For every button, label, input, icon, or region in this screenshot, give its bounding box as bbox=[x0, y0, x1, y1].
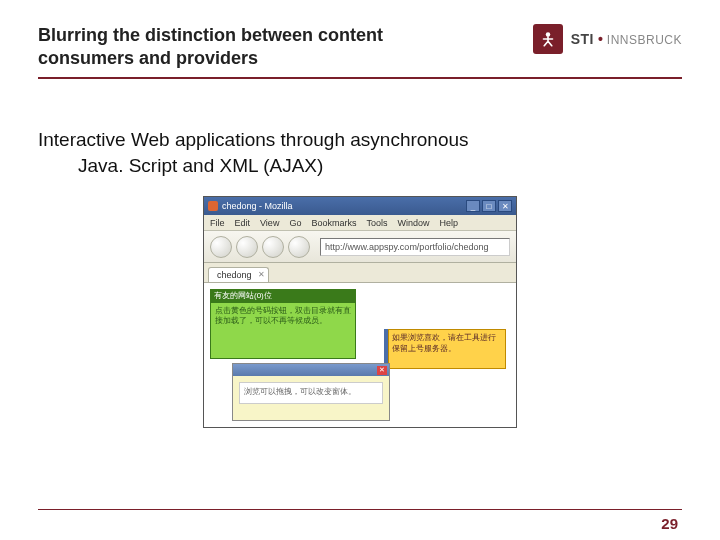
logo-text-city: INNSBRUCK bbox=[607, 33, 682, 47]
browser-tab: chedong ✕ bbox=[208, 267, 269, 282]
dialog-close-icon: ✕ bbox=[377, 366, 387, 375]
menu-go: Go bbox=[289, 218, 301, 228]
menu-window: Window bbox=[397, 218, 429, 228]
dialog-titlebar: ✕ bbox=[233, 364, 389, 376]
page-content: 有友的网站(0)位 点击黄色的号码按钮，双击目录就有直接加载了，可以不再等候成员… bbox=[204, 283, 516, 427]
browser-screenshot: chedong - Mozilla _ □ ✕ File Edit View G… bbox=[203, 196, 517, 428]
back-icon bbox=[210, 236, 232, 258]
slide-title: Blurring the distinction between content… bbox=[38, 24, 478, 69]
page-number: 29 bbox=[661, 515, 678, 532]
tab-strip: chedong ✕ bbox=[204, 263, 516, 283]
forward-icon bbox=[236, 236, 258, 258]
reload-icon bbox=[262, 236, 284, 258]
logo-mark-icon bbox=[533, 24, 563, 54]
minimize-icon: _ bbox=[466, 200, 480, 212]
menu-help: Help bbox=[439, 218, 458, 228]
close-icon: ✕ bbox=[498, 200, 512, 212]
org-logo: STI • INNSBRUCK bbox=[533, 24, 682, 54]
green-panel-text: 点击黄色的号码按钮，双击目录就有直接加载了，可以不再等候成员。 bbox=[215, 306, 351, 327]
body-line-2: Java. Script and XML (AJAX) bbox=[38, 153, 682, 179]
window-titlebar: chedong - Mozilla _ □ ✕ bbox=[204, 197, 516, 215]
body-line-1: Interactive Web applications through asy… bbox=[38, 129, 469, 150]
yellow-panel-text: 如果浏览喜欢，请在工具进行保留上号服务器。 bbox=[392, 333, 502, 354]
mozilla-icon bbox=[208, 201, 218, 211]
address-bar: http://www.appspy.com/portfolio/chedong bbox=[320, 238, 510, 256]
yellow-panel: 如果浏览喜欢，请在工具进行保留上号服务器。 bbox=[388, 329, 506, 369]
logo-text-dot: • bbox=[598, 31, 603, 47]
menu-tools: Tools bbox=[366, 218, 387, 228]
window-title-text: chedong - Mozilla bbox=[222, 201, 293, 211]
toolbar: http://www.appspy.com/portfolio/chedong bbox=[204, 231, 516, 263]
stop-icon bbox=[288, 236, 310, 258]
menu-file: File bbox=[210, 218, 225, 228]
menu-edit: Edit bbox=[235, 218, 251, 228]
maximize-icon: □ bbox=[482, 200, 496, 212]
green-panel: 有友的网站(0)位 点击黄色的号码按钮，双击目录就有直接加载了，可以不再等候成员… bbox=[210, 289, 356, 359]
tab-label: chedong bbox=[217, 270, 252, 280]
menu-bar: File Edit View Go Bookmarks Tools Window… bbox=[204, 215, 516, 231]
logo-text-sti: STI bbox=[571, 31, 594, 47]
menu-bookmarks: Bookmarks bbox=[311, 218, 356, 228]
menu-view: View bbox=[260, 218, 279, 228]
tab-close-icon: ✕ bbox=[258, 270, 265, 279]
footer-divider bbox=[38, 509, 682, 510]
body-paragraph: Interactive Web applications through asy… bbox=[0, 79, 720, 178]
green-panel-header: 有友的网站(0)位 bbox=[211, 290, 355, 302]
dialog-body-text: 浏览可以拖拽，可以改变窗体。 bbox=[239, 382, 383, 404]
floating-dialog: ✕ 浏览可以拖拽，可以改变窗体。 bbox=[232, 363, 390, 421]
